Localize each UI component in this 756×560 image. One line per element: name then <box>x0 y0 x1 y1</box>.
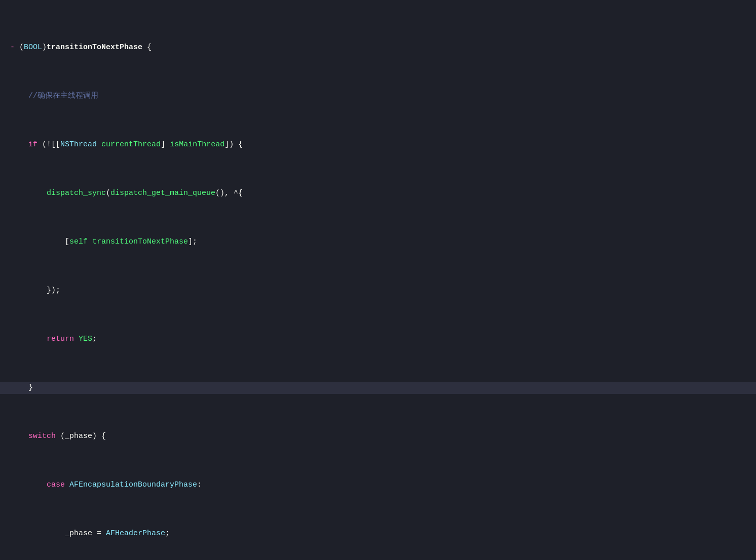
code-editor: - (BOOL)transitionToNextPhase { //确保在主线程… <box>0 0 756 560</box>
line-8: } <box>0 382 756 394</box>
line-4: dispatch_sync(dispatch_get_main_queue(),… <box>0 187 756 199</box>
minus-operator: - <box>10 42 19 54</box>
line-1: - (BOOL)transitionToNextPhase { <box>0 42 756 54</box>
line-9: switch (_phase) { <box>0 430 756 443</box>
line-11: _phase = AFHeaderPhase; <box>0 528 756 540</box>
line-2: //确保在主线程调用 <box>0 90 756 102</box>
line-5: [self transitionToNextPhase]; <box>0 236 756 248</box>
line-7: return YES; <box>0 333 756 345</box>
line-6: }); <box>0 285 756 297</box>
line-3: if (![[NSThread currentThread] isMainThr… <box>0 139 756 151</box>
line-10: case AFEncapsulationBoundaryPhase: <box>0 479 756 491</box>
